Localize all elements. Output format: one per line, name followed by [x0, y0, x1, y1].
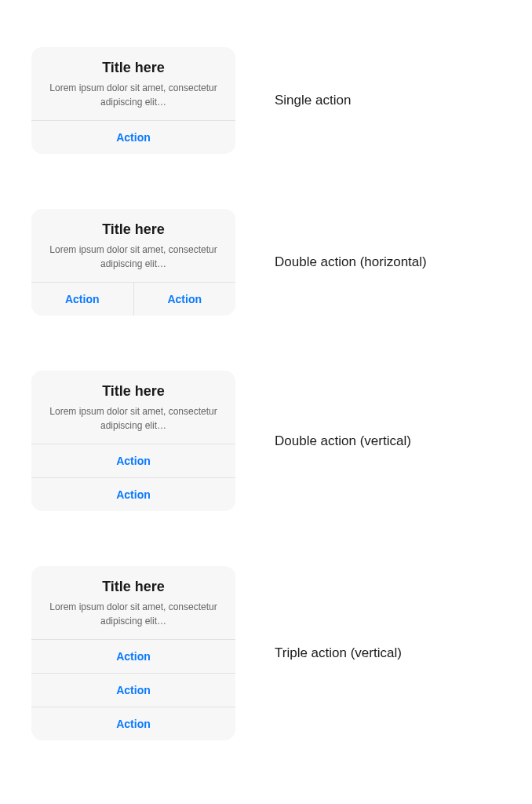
card-double-horizontal: Title here Lorem ipsum dolor sit amet, c… — [31, 209, 235, 316]
card-title: Title here — [46, 221, 221, 238]
card-body: Title here Lorem ipsum dolor sit amet, c… — [31, 371, 235, 444]
action-row: Action — [31, 707, 235, 740]
card-title: Title here — [46, 60, 221, 76]
action-button[interactable]: Action — [31, 674, 235, 707]
card-title: Title here — [46, 383, 221, 400]
action-row: Action Action — [31, 282, 235, 316]
example-single: Title here Lorem ipsum dolor sit amet, c… — [31, 47, 501, 154]
example-caption: Triple action (vertical) — [275, 645, 501, 661]
card-description: Lorem ipsum dolor sit amet, consectetur … — [46, 600, 221, 628]
action-button[interactable]: Action — [133, 283, 236, 316]
example-caption: Double action (horizontal) — [275, 254, 501, 270]
example-triple-vertical: Title here Lorem ipsum dolor sit amet, c… — [31, 566, 501, 740]
action-button[interactable]: Action — [31, 444, 235, 477]
card-body: Title here Lorem ipsum dolor sit amet, c… — [31, 47, 235, 120]
card-double-vertical: Title here Lorem ipsum dolor sit amet, c… — [31, 371, 235, 511]
action-row: Action — [31, 444, 235, 477]
action-button[interactable]: Action — [31, 283, 133, 316]
card-triple-vertical: Title here Lorem ipsum dolor sit amet, c… — [31, 566, 235, 740]
action-row: Action — [31, 673, 235, 707]
card-body: Title here Lorem ipsum dolor sit amet, c… — [31, 209, 235, 282]
card-single: Title here Lorem ipsum dolor sit amet, c… — [31, 47, 235, 154]
card-title: Title here — [46, 579, 221, 595]
card-body: Title here Lorem ipsum dolor sit amet, c… — [31, 566, 235, 639]
example-double-vertical: Title here Lorem ipsum dolor sit amet, c… — [31, 371, 501, 511]
action-row: Action — [31, 120, 235, 154]
example-caption: Single action — [275, 93, 501, 108]
action-button[interactable]: Action — [31, 121, 235, 154]
action-button[interactable]: Action — [31, 478, 235, 511]
action-button[interactable]: Action — [31, 640, 235, 673]
action-row: Action — [31, 639, 235, 673]
action-button[interactable]: Action — [31, 707, 235, 740]
example-double-horizontal: Title here Lorem ipsum dolor sit amet, c… — [31, 209, 501, 316]
example-caption: Double action (vertical) — [275, 433, 501, 449]
card-description: Lorem ipsum dolor sit amet, consectetur … — [46, 243, 221, 271]
card-description: Lorem ipsum dolor sit amet, consectetur … — [46, 404, 221, 433]
action-row: Action — [31, 477, 235, 511]
card-description: Lorem ipsum dolor sit amet, consectetur … — [46, 81, 221, 109]
